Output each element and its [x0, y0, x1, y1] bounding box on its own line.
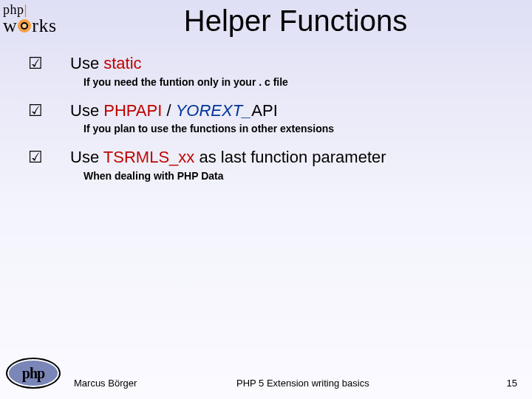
keyword-phpapi: PHPAPI — [103, 101, 162, 120]
logo-text-rks: rks — [32, 16, 56, 35]
keyword-api: API — [251, 101, 277, 120]
check-icon: ☑ — [28, 100, 43, 121]
bullet-main: Use TSRMLS_xx as last function parameter — [70, 147, 517, 168]
keyword-static: static — [103, 54, 141, 72]
bullet-text: / — [162, 101, 175, 120]
bullet-sub: If you need the funtion only in your . c… — [83, 75, 517, 89]
bullet-sub: If you plan to use the functions in othe… — [83, 122, 517, 135]
keyword-yorext: YOREXT_ — [176, 101, 252, 120]
check-icon: ☑ — [28, 147, 43, 168]
bullet-text: Use — [70, 54, 103, 72]
bullet-text: as last function parameter — [194, 148, 386, 166]
gear-icon — [18, 19, 31, 33]
bullet-row: ☑ Use static If you need the funtion onl… — [0, 53, 532, 99]
bullet-main: Use PHPAPI / YOREXT_API — [70, 100, 517, 121]
php-elephant-badge: php — [6, 358, 61, 389]
slide-title: Helper Functions — [74, 4, 517, 38]
bullet-sub: When dealing with PHP Data — [83, 169, 517, 183]
keyword-tsrmls: TSRMLS_xx — [103, 148, 194, 166]
footer-page-number: 15 — [495, 378, 517, 389]
bullet-text: Use — [70, 148, 103, 166]
bullet-text: Use — [70, 101, 103, 120]
logo-phpworks: php| wrks — [3, 3, 69, 35]
footer-author: Marcus Börger — [74, 378, 236, 389]
check-icon: ☑ — [28, 53, 43, 74]
logo-pipe: | — [24, 2, 27, 17]
logo-text-w: w — [3, 16, 17, 35]
slide-footer: Marcus Börger PHP 5 Extension writing ba… — [74, 378, 517, 389]
bullet-main: Use static — [70, 53, 517, 74]
slide-content: ☑ Use static If you need the funtion onl… — [0, 53, 532, 194]
php-badge-text: php — [22, 365, 44, 382]
bullet-row: ☑ Use TSRMLS_xx as last function paramet… — [0, 147, 532, 193]
bullet-row: ☑ Use PHPAPI / YOREXT_API If you plan to… — [0, 100, 532, 146]
footer-title: PHP 5 Extension writing basics — [236, 378, 495, 389]
